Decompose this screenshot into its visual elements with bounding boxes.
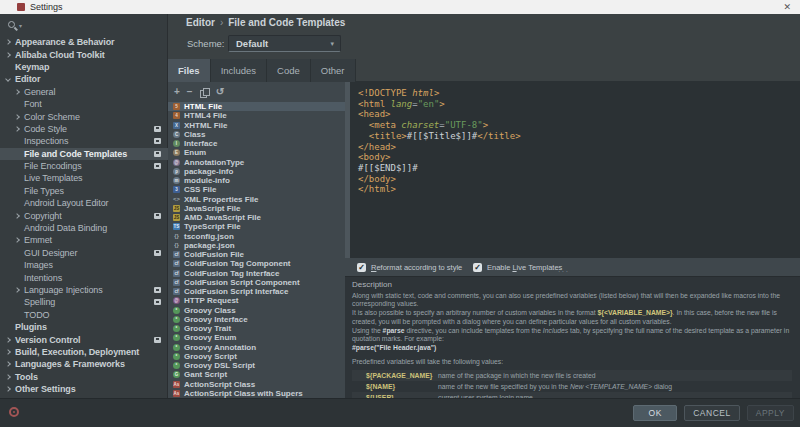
- sidebar-item-editor[interactable]: Editor: [0, 73, 168, 85]
- groovy-file-icon: *: [173, 362, 180, 369]
- template-item-groovy-annotation[interactable]: *Groovy Annotation: [168, 343, 345, 352]
- template-item-annotationtype[interactable]: @AnnotationType: [168, 158, 345, 167]
- sidebar-item-inspections[interactable]: Inspections: [0, 135, 168, 147]
- remove-icon[interactable]: −: [187, 86, 193, 98]
- template-item-http-request[interactable]: @HTTP Request: [168, 296, 345, 305]
- template-item-actionscript-class[interactable]: AsActionScript Class: [168, 380, 345, 389]
- template-item-coldfusion-script-component[interactable]: cfColdFusion Script Component: [168, 278, 345, 287]
- sidebar-item-intentions[interactable]: Intentions: [0, 271, 168, 283]
- sidebar-item-file-types[interactable]: File Types: [0, 185, 168, 197]
- template-item-groovy-script[interactable]: *Groovy Script: [168, 352, 345, 361]
- splitter-handle[interactable]: ···: [558, 268, 578, 275]
- breadcrumb-root[interactable]: Editor: [186, 17, 215, 28]
- template-item-typescript-file[interactable]: TSTypeScript File: [168, 222, 345, 231]
- sidebar-item-android-layout-editor[interactable]: Android Layout Editor: [0, 197, 168, 209]
- sidebar-item-color-scheme[interactable]: Color Scheme: [0, 110, 168, 122]
- project-level-icon: [154, 163, 161, 169]
- package-info-icon: p: [173, 168, 180, 175]
- template-item-package-json[interactable]: {}package.json: [168, 241, 345, 250]
- template-item-xml-properties-file[interactable]: <>XML Properties File: [168, 195, 345, 204]
- tab-other[interactable]: Other: [311, 59, 356, 82]
- sidebar-item-copyright[interactable]: Copyright: [0, 209, 168, 221]
- xml-file-icon: <>: [173, 196, 180, 203]
- template-item-class[interactable]: CClass: [168, 130, 345, 139]
- sidebar-item-appearance-behavior[interactable]: Appearance & Behavior: [0, 36, 168, 48]
- sidebar-item-alibaba-cloud-toolkit[interactable]: Alibaba Cloud Toolkit: [0, 48, 168, 60]
- copy-icon[interactable]: [200, 88, 209, 97]
- reset-icon[interactable]: ↺: [216, 86, 224, 98]
- template-item-enum[interactable]: EEnum: [168, 148, 345, 157]
- sidebar-item-code-style[interactable]: Code Style: [0, 123, 168, 135]
- sidebar-item-images[interactable]: Images: [0, 259, 168, 271]
- variable-row: ${NAME}name of the new file specified by…: [352, 381, 792, 392]
- sidebar-item-label: Code Style: [24, 124, 67, 134]
- sidebar-item-file-encodings[interactable]: File Encodings: [0, 160, 168, 172]
- sidebar-item-label: Images: [24, 260, 53, 270]
- sidebar-item-font[interactable]: Font: [0, 98, 168, 110]
- template-item-xhtml-file[interactable]: XXHTML File: [168, 121, 345, 130]
- sidebar-item-version-control[interactable]: Version Control: [0, 333, 168, 345]
- template-item-groovy-trait[interactable]: *Groovy Trait: [168, 324, 345, 333]
- sidebar-item-languages-frameworks[interactable]: Languages & Frameworks: [0, 358, 168, 370]
- template-item-label: ColdFusion Script Component: [184, 278, 300, 287]
- sidebar-item-build-execution-deployment[interactable]: Build, Execution, Deployment: [0, 346, 168, 358]
- tab-code[interactable]: Code: [267, 59, 311, 82]
- template-item-javascript-file[interactable]: JSJavaScript File: [168, 204, 345, 213]
- template-item-module-info[interactable]: mmodule-info: [168, 176, 345, 185]
- checkbox-label: Reformat according to style: [371, 263, 462, 272]
- ok-button[interactable]: OK: [633, 405, 677, 421]
- template-item-html4-file[interactable]: 4HTML4 File: [168, 111, 345, 120]
- sidebar-item-label: Emmet: [24, 235, 52, 245]
- tab-includes[interactable]: Includes: [211, 59, 267, 82]
- template-item-groovy-interface[interactable]: *Groovy Interface: [168, 315, 345, 324]
- template-item-gant-script[interactable]: GGant Script: [168, 370, 345, 379]
- sidebar-item-emmet[interactable]: Emmet: [0, 234, 168, 246]
- sidebar-item-other-settings[interactable]: Other Settings: [0, 383, 168, 395]
- template-item-actionscript-class-with-supers[interactable]: AsActionScript Class with Supers: [168, 389, 345, 398]
- tab-files[interactable]: Files: [168, 59, 211, 82]
- sidebar-item-gui-designer[interactable]: GUI Designer: [0, 247, 168, 259]
- scheme-select[interactable]: Default ▾: [228, 35, 341, 52]
- add-icon[interactable]: +: [174, 86, 180, 98]
- sidebar-item-android-data-binding[interactable]: Android Data Binding: [0, 222, 168, 234]
- close-icon[interactable]: ✕: [783, 0, 791, 14]
- template-item-tsconfig-json[interactable]: {}tsconfig.json: [168, 232, 345, 241]
- sidebar-item-language-injections[interactable]: Language Injections: [0, 284, 168, 296]
- template-item-coldfusion-script-interface[interactable]: cfColdFusion Script Interface: [168, 287, 345, 296]
- template-item-amd-javascript-file[interactable]: JSAMD JavaScript File: [168, 213, 345, 222]
- sidebar-item-plugins[interactable]: Plugins: [0, 321, 168, 333]
- variable-name: ${NAME}: [366, 383, 438, 390]
- js-file-icon: JS: [173, 214, 180, 221]
- template-item-label: AMD JavaScript File: [184, 213, 261, 222]
- template-item-groovy-enum[interactable]: *Groovy Enum: [168, 333, 345, 342]
- sidebar-item-keymap[interactable]: Keymap: [0, 61, 168, 73]
- coldfusion-file-icon: cf: [173, 288, 180, 295]
- sidebar-item-file-and-code-templates[interactable]: File and Code Templates: [0, 148, 168, 160]
- sidebar-item-live-templates[interactable]: Live Templates: [0, 172, 168, 184]
- template-editor[interactable]: <!DOCTYPE html><html lang="en"><head> <m…: [350, 82, 800, 258]
- checkbox-enable-live-templates[interactable]: ✓Enable Live Templates: [473, 258, 562, 276]
- checkbox-checked-icon: ✓: [473, 263, 482, 272]
- template-item-package-info[interactable]: ppackage-info: [168, 167, 345, 176]
- sidebar-item-spelling[interactable]: Spelling: [0, 296, 168, 308]
- text-segment: Includes: [543, 327, 568, 334]
- sidebar-item-label: GUI Designer: [24, 248, 77, 258]
- cancel-button[interactable]: CANCEL: [684, 405, 739, 421]
- template-item-interface[interactable]: IInterface: [168, 139, 345, 148]
- gear-icon[interactable]: [9, 407, 19, 417]
- template-item-groovy-dsl-script[interactable]: *Groovy DSL Script: [168, 361, 345, 370]
- template-item-coldfusion-tag-component[interactable]: cfColdFusion Tag Component: [168, 259, 345, 268]
- sidebar-item-general[interactable]: General: [0, 86, 168, 98]
- sidebar-item-todo[interactable]: TODO: [0, 309, 168, 321]
- template-item-coldfusion-tag-interface[interactable]: cfColdFusion Tag Interface: [168, 269, 345, 278]
- template-item-css-file[interactable]: 3CSS File: [168, 185, 345, 194]
- template-item-groovy-class[interactable]: *Groovy Class: [168, 306, 345, 315]
- checkbox-reformat-according-to-style[interactable]: ✓Reformat according to style: [357, 258, 462, 276]
- project-level-icon: [154, 151, 161, 157]
- settings-search-input[interactable]: ▾: [0, 14, 168, 36]
- sidebar-item-tools[interactable]: Tools: [0, 371, 168, 383]
- template-item-coldfusion-file[interactable]: cfColdFusion File: [168, 250, 345, 259]
- description-panel: Description Along with static text, code…: [345, 276, 800, 398]
- sidebar-item-label: Version Control: [15, 335, 81, 345]
- template-item-html-file[interactable]: 5HTML File: [168, 102, 345, 111]
